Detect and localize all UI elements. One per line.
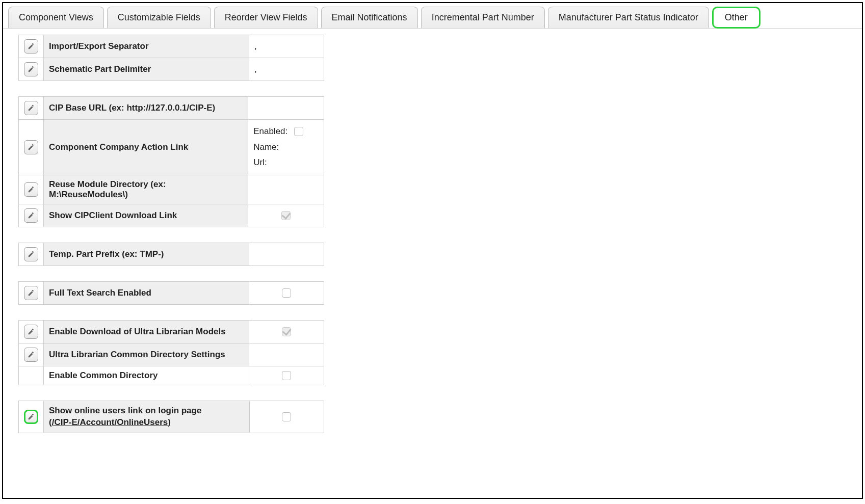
label-import-export-separator: Import/Export Separator [44, 35, 249, 58]
value-show-cipclient-download [248, 204, 324, 227]
value-cip-base-url [248, 97, 324, 120]
tab-reorder-view-fields[interactable]: Reorder View Fields [214, 7, 318, 28]
edit-button-full-text-search[interactable] [24, 286, 38, 300]
label-cip-base-url: CIP Base URL (ex: http://127.0.0.1/CIP-E… [44, 97, 248, 120]
row-reuse-module-directory: Reuse Module Directory (ex: M:\ReuseModu… [19, 175, 324, 204]
row-show-online-users: Show online users link on login page (/C… [19, 401, 324, 433]
value-enable-ul-download [249, 320, 324, 343]
tab-other[interactable]: Other [712, 7, 761, 29]
row-ul-common-dir-settings: Ultra Librarian Common Directory Setting… [19, 343, 324, 366]
settings-group-online-users: Show online users link on login page (/C… [18, 401, 324, 433]
sublabel-enabled: Enabled: [253, 124, 294, 140]
pencil-icon [28, 144, 35, 151]
checkbox-company-action-enabled [294, 127, 303, 136]
sublabel-url: Url: [253, 155, 294, 171]
settings-group-separators: Import/Export Separator , Schematic Part… [18, 35, 324, 81]
tabs-bar: Component Views Customizable Fields Reor… [3, 3, 862, 29]
checkbox-enable-ul-download [282, 327, 291, 336]
checkbox-enable-common-directory [282, 371, 291, 380]
value-schematic-part-delimiter: , [249, 58, 324, 81]
label-enable-ul-download: Enable Download of Ultra Librarian Model… [44, 320, 249, 343]
label-show-cipclient-download: Show CIPClient Download Link [44, 204, 248, 227]
pencil-icon [28, 328, 35, 335]
row-full-text-search: Full Text Search Enabled [19, 281, 324, 304]
row-temp-part-prefix: Temp. Part Prefix (ex: TMP-) [19, 243, 324, 266]
value-import-export-separator: , [249, 35, 324, 58]
edit-button-company-action-link[interactable] [24, 140, 38, 154]
label-full-text-search: Full Text Search Enabled [44, 281, 249, 304]
pencil-icon [28, 104, 35, 112]
edit-button-cip-base-url[interactable] [24, 101, 38, 115]
label-show-online-users-line2-post: ) [168, 417, 171, 427]
edit-button-schematic-part-delimiter[interactable] [24, 62, 38, 76]
edit-button-import-export-separator[interactable] [24, 39, 38, 54]
tab-content-other: Import/Export Separator , Schematic Part… [3, 29, 862, 455]
label-reuse-module-directory: Reuse Module Directory (ex: M:\ReuseModu… [44, 175, 248, 204]
checkbox-show-cipclient-download [281, 211, 291, 220]
settings-group-ultra-librarian: Enable Download of Ultra Librarian Model… [18, 320, 324, 385]
row-schematic-part-delimiter: Schematic Part Delimiter , [19, 58, 324, 81]
value-company-action-link: Enabled: Name: Url: [248, 120, 324, 175]
label-show-online-users: Show online users link on login page (/C… [44, 401, 250, 433]
row-enable-common-directory: Enable Common Directory [19, 366, 324, 385]
row-import-export-separator: Import/Export Separator , [19, 35, 324, 58]
tab-email-notifications[interactable]: Email Notifications [321, 7, 418, 28]
edit-button-show-online-users[interactable] [24, 410, 38, 424]
value-full-text-search [249, 281, 324, 304]
tab-customizable-fields[interactable]: Customizable Fields [107, 7, 211, 28]
row-enable-ul-download: Enable Download of Ultra Librarian Model… [19, 320, 324, 343]
edit-button-enable-ul-download[interactable] [24, 325, 38, 339]
pencil-icon [28, 289, 35, 297]
value-enable-common-directory [249, 366, 324, 385]
settings-group-cip: CIP Base URL (ex: http://127.0.0.1/CIP-E… [18, 96, 324, 227]
checkbox-full-text-search [282, 288, 291, 298]
app-frame: Component Views Customizable Fields Reor… [2, 2, 863, 499]
tab-component-views[interactable]: Component Views [8, 7, 104, 28]
tab-incremental-part-number[interactable]: Incremental Part Number [421, 7, 545, 28]
edit-button-ul-common-dir-settings[interactable] [24, 348, 38, 362]
row-component-company-action-link: Component Company Action Link Enabled: N… [19, 120, 324, 175]
sublabel-name: Name: [253, 140, 294, 155]
label-company-action-link: Component Company Action Link [44, 120, 248, 175]
value-ul-common-dir-settings [249, 343, 324, 366]
label-enable-common-directory: Enable Common Directory [44, 366, 249, 385]
label-schematic-part-delimiter: Schematic Part Delimiter [44, 58, 249, 81]
pencil-icon [28, 351, 35, 358]
pencil-icon [28, 43, 35, 50]
row-cip-base-url: CIP Base URL (ex: http://127.0.0.1/CIP-E… [19, 97, 324, 120]
value-reuse-module-directory [248, 175, 324, 204]
pencil-icon [28, 413, 35, 420]
settings-group-temp-part: Temp. Part Prefix (ex: TMP-) [18, 243, 324, 266]
row-show-cipclient-download: Show CIPClient Download Link [19, 204, 324, 227]
label-show-online-users-line1: Show online users link on login page [49, 406, 201, 415]
pencil-icon [28, 66, 35, 73]
label-temp-part-prefix: Temp. Part Prefix (ex: TMP-) [44, 243, 249, 266]
label-ul-common-dir-settings: Ultra Librarian Common Directory Setting… [44, 343, 249, 366]
tab-manufacturer-part-status[interactable]: Manufacturer Part Status Indicator [548, 7, 709, 28]
edit-button-show-cipclient-download[interactable] [24, 208, 38, 223]
value-temp-part-prefix [249, 243, 324, 266]
pencil-icon [28, 251, 35, 258]
value-show-online-users [249, 401, 324, 433]
settings-group-fulltext: Full Text Search Enabled [18, 281, 324, 305]
edit-button-temp-part-prefix[interactable] [24, 247, 38, 261]
checkbox-show-online-users [282, 412, 291, 421]
pencil-icon [28, 186, 35, 193]
pencil-icon [28, 212, 35, 219]
edit-button-reuse-module-directory[interactable] [24, 182, 38, 197]
link-online-users-path[interactable]: /CIP-E/Account/OnlineUsers [52, 417, 168, 427]
